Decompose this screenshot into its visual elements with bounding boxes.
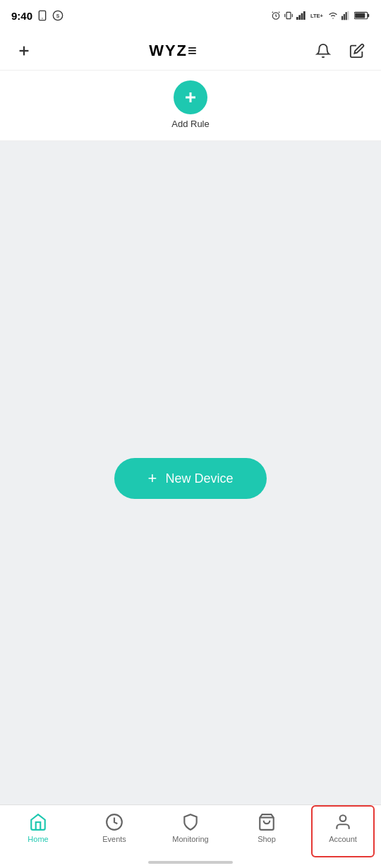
add-rule-button[interactable] (174, 80, 207, 114)
add-rule-section: Add Rule (0, 71, 381, 141)
new-device-plus-icon: + (148, 471, 157, 486)
phone-icon (37, 10, 48, 21)
bottom-nav: Home Events Monitoring Shop (0, 804, 381, 868)
svg-rect-11 (341, 16, 343, 20)
svg-rect-8 (301, 13, 303, 20)
svg-rect-0 (39, 11, 45, 20)
battery-icon (354, 11, 370, 20)
home-icon (28, 812, 48, 832)
svg-rect-6 (296, 17, 298, 20)
main-content: + New Device (0, 141, 381, 816)
svg-text:S: S (56, 13, 60, 18)
svg-rect-13 (346, 12, 347, 20)
nav-events-label: Events (102, 835, 126, 843)
svg-rect-5 (286, 12, 291, 18)
monitoring-icon (181, 812, 200, 832)
svg-rect-7 (298, 15, 301, 20)
edit-button[interactable] (344, 38, 370, 64)
nav-monitoring[interactable]: Monitoring (152, 812, 229, 843)
new-device-label: New Device (165, 471, 233, 486)
signal-icon (296, 11, 308, 20)
account-icon (333, 812, 353, 832)
alarm-icon (271, 11, 281, 20)
cell-signal-icon (341, 11, 351, 20)
status-bar: 9:40 S LTE+ (0, 0, 381, 31)
nav-shop[interactable]: Shop (229, 812, 305, 843)
shazam-icon: S (52, 10, 64, 21)
nav-home[interactable]: Home (0, 812, 76, 843)
svg-point-24 (340, 815, 346, 821)
svg-rect-9 (303, 11, 306, 20)
svg-rect-14 (347, 11, 349, 20)
status-right: LTE+ (271, 11, 370, 20)
status-time: 9:40 (11, 10, 32, 22)
lte-icon: LTE+ (310, 11, 325, 20)
add-rule-label: Add Rule (171, 119, 209, 129)
home-indicator (148, 861, 233, 864)
nav-account-label: Account (329, 835, 357, 843)
svg-rect-17 (355, 13, 365, 18)
app-logo: WYZ≡ (149, 42, 198, 60)
svg-rect-16 (368, 14, 369, 18)
svg-text:LTE+: LTE+ (310, 13, 324, 19)
notifications-button[interactable] (310, 38, 336, 64)
status-left: 9:40 S (11, 10, 64, 22)
nav-monitoring-label: Monitoring (172, 835, 208, 843)
vibrate-icon (284, 11, 294, 20)
wifi-icon (327, 11, 339, 20)
nav-events[interactable]: Events (76, 812, 152, 843)
nav-account[interactable]: Account (305, 812, 381, 843)
add-button[interactable] (11, 38, 37, 64)
svg-point-1 (42, 18, 42, 18)
new-device-button[interactable]: + New Device (114, 458, 267, 499)
nav-home-label: Home (28, 835, 48, 843)
header: WYZ≡ (0, 31, 381, 71)
nav-shop-label: Shop (258, 835, 276, 843)
events-icon (104, 812, 124, 832)
shop-icon (257, 812, 277, 832)
svg-rect-12 (344, 14, 345, 20)
